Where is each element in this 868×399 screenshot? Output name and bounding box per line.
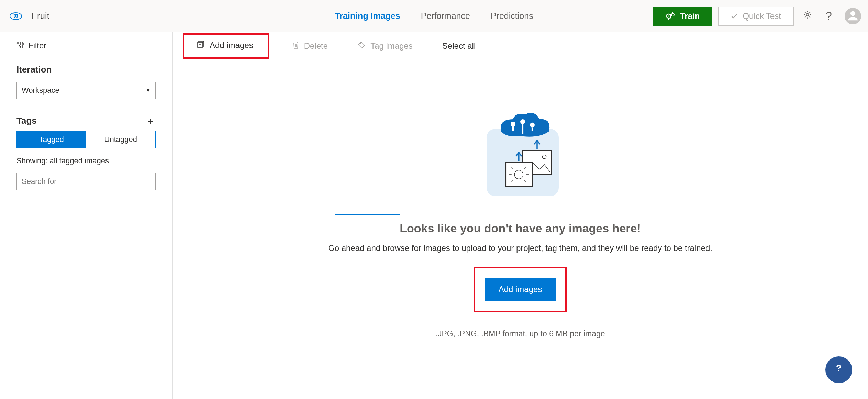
add-images-label: Add images xyxy=(210,41,253,50)
filter-header[interactable]: Filter xyxy=(16,41,156,51)
filter-label: Filter xyxy=(28,41,46,51)
svg-point-9 xyxy=(20,45,21,47)
svg-point-2 xyxy=(15,15,16,16)
sliders-icon xyxy=(16,41,24,51)
tab-training-images[interactable]: Training Images xyxy=(335,0,400,215)
add-image-icon xyxy=(197,40,205,51)
quick-test-label: Quick Test xyxy=(743,11,781,21)
delete-toolbar-button: Delete xyxy=(286,37,334,55)
showing-text: Showing: all tagged images xyxy=(16,156,156,165)
svg-point-7 xyxy=(850,11,855,16)
chevron-down-icon: ▼ xyxy=(146,88,151,93)
project-title: Fruit xyxy=(32,11,49,21)
header-tabs: Training Images Performance Predictions xyxy=(335,0,533,215)
person-icon xyxy=(847,10,859,23)
empty-heading: Looks like you don't have any images her… xyxy=(400,222,641,235)
iteration-value: Workspace xyxy=(22,86,59,95)
svg-point-4 xyxy=(668,15,669,16)
add-images-highlight: Add images xyxy=(183,33,269,59)
tagged-button[interactable]: Tagged xyxy=(17,131,86,148)
help-button[interactable]: ? xyxy=(821,9,836,24)
tag-search-input[interactable] xyxy=(16,173,156,190)
empty-subtext: Go ahead and browse for images to upload… xyxy=(328,243,712,253)
iteration-select[interactable]: Workspace ▼ xyxy=(16,82,156,99)
header-actions: Train Quick Test ? xyxy=(653,7,861,26)
question-icon: ? xyxy=(826,10,832,22)
tab-predictions[interactable]: Predictions xyxy=(491,0,533,215)
tag-filter-segmented: Tagged Untagged xyxy=(16,131,156,148)
iteration-label: Iteration xyxy=(16,64,156,75)
svg-point-6 xyxy=(806,14,809,16)
settings-button[interactable] xyxy=(800,9,815,24)
train-button[interactable]: Train xyxy=(653,7,712,26)
tab-performance[interactable]: Performance xyxy=(421,0,470,215)
app-root: Fruit Training Images Performance Predic… xyxy=(0,0,868,399)
custom-vision-logo-icon xyxy=(10,12,22,21)
header-bar: Fruit Training Images Performance Predic… xyxy=(0,0,868,32)
quick-test-button[interactable]: Quick Test xyxy=(718,7,794,26)
delete-label: Delete xyxy=(304,41,328,51)
gear-icon xyxy=(803,10,812,22)
chat-question-icon: ? xyxy=(831,361,847,379)
help-fab[interactable]: ? xyxy=(825,356,852,383)
add-images-toolbar-button[interactable]: Add images xyxy=(190,37,259,54)
user-avatar[interactable] xyxy=(845,8,861,24)
sidebar: Filter Iteration Workspace ▼ Tags ＋ Tagg… xyxy=(0,32,173,399)
tags-label: Tags xyxy=(16,115,37,126)
train-button-label: Train xyxy=(680,11,700,21)
trash-icon xyxy=(292,41,299,51)
add-images-button[interactable]: Add images xyxy=(485,278,556,301)
svg-point-5 xyxy=(671,13,674,16)
svg-text:?: ? xyxy=(836,363,842,373)
add-tag-button[interactable]: ＋ xyxy=(145,116,156,126)
svg-point-10 xyxy=(22,43,24,45)
tags-header: Tags ＋ xyxy=(16,115,156,126)
gears-icon xyxy=(666,12,675,20)
svg-point-8 xyxy=(17,43,19,44)
plus-icon: ＋ xyxy=(145,115,156,126)
check-icon xyxy=(731,13,738,19)
add-images-button-highlight: Add images xyxy=(474,267,567,312)
untagged-button[interactable]: Untagged xyxy=(86,131,156,148)
supported-formats-text: .JPG, .PNG, .BMP format, up to 6 MB per … xyxy=(436,329,605,339)
